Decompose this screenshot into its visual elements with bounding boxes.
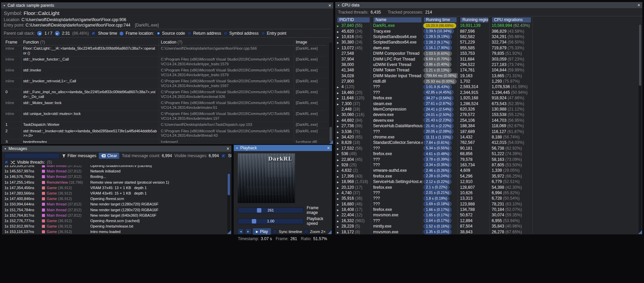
cpu-process-row[interactable]: ▶17,532 (56)???5.34 s (0.55%)90,18156,73… <box>335 146 642 151</box>
frame-column-header[interactable]: Frame <box>4 39 21 46</box>
expand-arrow-icon[interactable]: ▶ <box>337 114 341 117</box>
collapse-arrow-icon[interactable]: ▼ <box>337 47 341 50</box>
callstack-frame-row[interactable]: 2std::thread::_Invoke<std::tuple<<lambda… <box>4 128 326 139</box>
callstack-frame-row[interactable]: 1TaskDispatch::WorkerC:\Users\wolf\Deskt… <box>4 122 326 128</box>
expand-arrow-icon[interactable]: ▶ <box>337 153 341 156</box>
location-column-header[interactable]: Location (?) <box>159 39 294 46</box>
radio-icon[interactable] <box>261 31 265 35</box>
message-row[interactable]: 1s 151,754,784nsMain thread (37,812)New … <box>4 207 228 213</box>
expand-arrow-icon[interactable]: ▶ <box>337 187 341 189</box>
expand-arrow-icon[interactable]: ▶ <box>337 231 341 234</box>
cpu-process-row[interactable]: 38,000uDWM Event Thread3.86 s (0.40%)294… <box>335 62 642 67</box>
expand-arrow-icon[interactable]: ▶ <box>337 164 341 167</box>
expand-arrow-icon[interactable]: ▶ <box>337 125 341 128</box>
expand-arrow-icon[interactable]: ▶ <box>337 214 341 217</box>
expand-arrow-icon[interactable]: ▶ <box>337 86 341 89</box>
running-time-column-header[interactable]: Running time <box>424 17 457 22</box>
expand-arrow-icon[interactable]: ▶ <box>337 25 341 28</box>
expand-arrow-icon[interactable]: ▶ <box>337 198 341 200</box>
message-row[interactable]: 1s 152,764,817nsMain thread (37,812)New … <box>4 213 228 218</box>
callstack-frame-row[interactable]: 0std::_Func_impl_no_alloc<<lambda_5bc224… <box>4 89 326 100</box>
play-button[interactable]: ▶Play <box>253 228 271 235</box>
cpu-process-row[interactable]: ▶18,968 (1,018)ServiceHub.SettingsHost.e… <box>335 179 642 184</box>
cpu-process-row[interactable]: ▶10,816 (64)ScriptedSandbox64.exe1:28.5 … <box>335 34 642 39</box>
cpu-process-row[interactable]: ▶3,536 (75)???20.05 s (2.08%)187,689116,… <box>335 129 642 134</box>
callstack-titlebar[interactable]: ▼ Call stack sample parents × <box>1 2 333 9</box>
cpu-process-row[interactable]: ▶11,648 (120)firefox.exe34.27 s (3.56%)1… <box>335 95 642 101</box>
filter-input[interactable] <box>4 153 60 159</box>
message-row[interactable]: 1s 152,912,997nsGame (36,912)Opening /me… <box>4 223 228 229</box>
cpu-process-row[interactable]: ▶20,120 (17)firefox.exe2.1 s (0.22%)128,… <box>335 184 642 190</box>
radio-option[interactable]: Entry point <box>261 31 286 36</box>
cpu-process-row[interactable]: ▶928 (25)???3.34 s (0.35%)163,73487,605 … <box>335 162 642 168</box>
prev-frame-button[interactable]: ◀ <box>238 229 244 234</box>
radio-option[interactable]: Symbol address <box>224 31 259 36</box>
message-row[interactable]: 1s 147,255,145nsRemoteView (18,796)Remot… <box>4 180 228 185</box>
frame-slider[interactable]: 261 <box>238 207 304 213</box>
expand-arrow-icon[interactable]: ▶ <box>337 97 341 100</box>
zoom-2x-checkbox[interactable] <box>304 229 308 234</box>
message-row[interactable]: 1s 120,335,272nsMain thread (37,812)Open… <box>4 165 228 168</box>
cpu-process-row[interactable]: 27,800ntdll.dll25.93 ms (0.00%)1,7021,29… <box>335 79 642 84</box>
expand-arrow-icon[interactable]: ▶ <box>337 176 341 178</box>
expand-arrow-icon[interactable]: ▶ <box>337 203 341 206</box>
zoom-2x-option[interactable]: Zoom 2× <box>304 229 326 234</box>
threads-checkbox[interactable]: ✓ <box>4 160 9 164</box>
expand-arrow-icon[interactable]: ▶ <box>337 148 341 150</box>
resize-grip[interactable] <box>227 230 231 234</box>
expand-arrow-icon[interactable]: ▶ <box>337 136 341 139</box>
cpu-migrations-column-header[interactable]: CPU migrations <box>492 17 531 22</box>
messages-scrollbar-thumb[interactable] <box>228 173 230 195</box>
callstack-scrollbar-thumb[interactable] <box>329 127 332 142</box>
radio-option[interactable]: Return address <box>187 31 221 36</box>
speed-slider[interactable]: 1.00 <box>238 218 304 224</box>
cpu-process-row[interactable]: ▶4 (120)???1:01.9 (6.43%)2,593,3141,078,… <box>335 84 642 89</box>
cpu-process-row[interactable]: ▶30,380 (24)ScriptedSandbox64.exe1:28.2 … <box>335 39 642 45</box>
cpu-process-row[interactable]: 2,448 (18)MemCompression24.41 s (2.54%)6… <box>335 106 642 112</box>
expand-arrow-icon[interactable]: ▶ <box>337 159 341 162</box>
message-row[interactable]: 1s 146,576,766nsMain thread (37,812)Boot… <box>4 174 228 179</box>
image-column-header[interactable]: Image <box>294 39 326 46</box>
clear-button[interactable]: Clear <box>99 153 120 159</box>
cpu-process-row[interactable]: ▶28,228 (5)mintty.exe1.52 s (0.16%)87,50… <box>335 223 642 229</box>
message-row[interactable]: 1s 147,354,456nsGame (36,912)VRAM 37x45:… <box>4 185 228 190</box>
message-row[interactable]: 1s 145,557,997nsMain thread (37,812)Netw… <box>4 168 228 174</box>
frame-image[interactable]: DarkRL <box>238 153 295 203</box>
cpu-process-row[interactable]: ▶34,420 (65)chrome.exe11.11 s (1.15%)14,… <box>335 134 642 140</box>
expand-arrow-icon[interactable]: ▶ <box>337 142 341 145</box>
expand-arrow-icon[interactable]: ▶ <box>337 170 341 172</box>
visible-threads-row[interactable]: ✓ Visible threads: (5) <box>2 160 231 165</box>
callstack-frame-row[interactable]: inlinestd::_Invoker_functor::_CallC:\Pro… <box>4 56 326 67</box>
cpu-process-row[interactable]: ▶18,460 (20)???42.85 s (4.45%)2,344,9151… <box>335 90 642 95</box>
next-frame-button[interactable]: ▶ <box>245 229 251 234</box>
close-icon[interactable]: × <box>638 3 640 7</box>
message-row[interactable]: 1s 152,776,777nsGame (36,912)Opening /fo… <box>4 218 228 223</box>
callstack-frame-row[interactable]: inlinestd::unique_lock<std::mutex>::lock… <box>4 111 326 122</box>
next-parent-button[interactable]: ▶ <box>55 31 60 36</box>
resize-grip[interactable] <box>328 230 332 234</box>
cpu-process-row[interactable]: ▶27,736 (88)ServiceHub.DataWarehouseHost… <box>335 123 642 129</box>
cpu-process-row[interactable]: ▶35,916 (36)???1.8 s (0.19%)13,3136,728 … <box>335 196 642 201</box>
cpu-process-row[interactable]: ▶16,332 (982)???1.64 s (0.17%)12,8946,95… <box>335 218 642 223</box>
messages-scrollbar[interactable] <box>227 173 230 232</box>
radio-icon[interactable] <box>156 31 160 35</box>
collapse-arrow-icon[interactable]: ▼ <box>4 148 6 150</box>
collapse-arrow-icon[interactable]: ▼ <box>337 4 340 6</box>
playback-titlebar[interactable]: ▼ Playback × <box>234 145 332 151</box>
expand-arrow-icon[interactable]: ▶ <box>337 31 341 33</box>
expand-arrow-icon[interactable]: ▶ <box>337 192 341 195</box>
callstack-scrollbar[interactable] <box>329 43 332 143</box>
cpu-process-row[interactable]: 34,028DWM Master Input Thread799.64 ms (… <box>335 73 642 79</box>
expand-arrow-icon[interactable]: ▶ <box>337 131 341 134</box>
message-row[interactable]: 1s 150,994,644nsMain thread (37,812)New … <box>4 201 228 207</box>
sync-timeline-option[interactable]: Sync timeline <box>273 229 302 234</box>
name-column-header[interactable]: Name <box>373 17 421 22</box>
callstack-frame-row[interactable]: 3beginthreadex[unknown][ucrtbase.dll] <box>4 139 326 143</box>
message-row[interactable]: 1s 153,116,137nsGame (36,912)Intro menu … <box>4 229 228 234</box>
cpu-process-row[interactable]: ▶18,408 (17)firefox.exe1.66 s (0.17%)134… <box>335 207 642 212</box>
cpu-process-row[interactable]: ▼13,072 (45)dwm.exe1:16.1 (7.90%)955,585… <box>335 45 642 51</box>
expand-arrow-icon[interactable]: ▶ <box>337 181 341 184</box>
cpu-scrollbar-thumb[interactable] <box>639 24 641 86</box>
callstack-frame-row[interactable]: inlinestd::_Invoker_ret<void,1>::_CallC:… <box>4 78 326 89</box>
cpu-process-row[interactable]: ▶8,628 (18)StandardCollector.Service.exe… <box>335 140 642 145</box>
